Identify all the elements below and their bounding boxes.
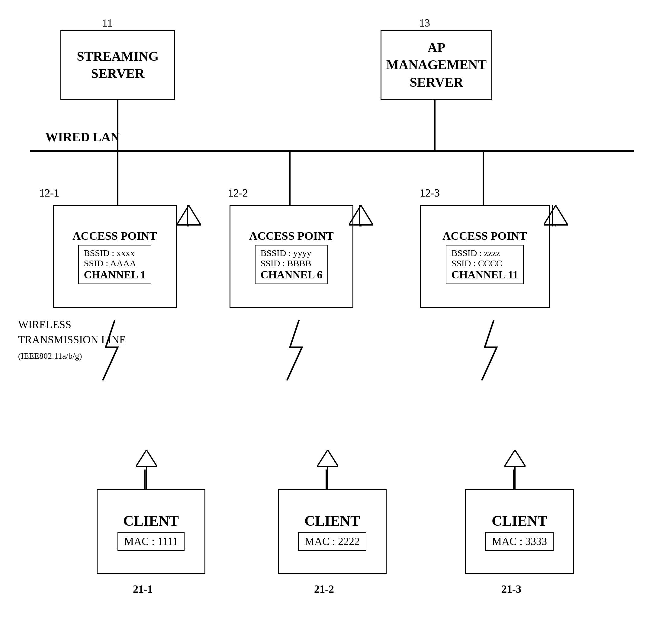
svg-marker-20 [317, 450, 338, 466]
client1-title: CLIENT [123, 512, 179, 529]
svg-marker-18 [136, 450, 157, 466]
lightning-ap3 [473, 320, 509, 380]
streaming-server-ref: 11 [102, 16, 113, 29]
network-diagram: STREAMINGSERVER APMANAGEMENTSERVER WIRED… [0, 0, 672, 622]
client1-mac: MAC : 1111 [124, 535, 178, 547]
ref-21-3: 21-3 [501, 583, 521, 595]
access-point-1-box: ACCESS POINT BSSID : xxxx SSID : AAAA CH… [53, 205, 177, 308]
ap2-channel: CHANNEL 6 [260, 269, 322, 281]
client3-antenna [504, 450, 526, 489]
client3-mac: MAC : 3333 [492, 535, 547, 547]
svg-marker-12 [177, 205, 201, 225]
ap3-title: ACCESS POINT [442, 229, 527, 242]
ref-21-2: 21-2 [314, 583, 334, 595]
streaming-server-box: STREAMINGSERVER [60, 30, 175, 100]
ap3-channel: CHANNEL 11 [451, 269, 518, 281]
ap1-title: ACCESS POINT [72, 229, 157, 242]
ap-management-server-box: APMANAGEMENTSERVER [380, 30, 492, 100]
ap3-ssid: SSID : CCCC [451, 258, 518, 269]
ap2-title: ACCESS POINT [249, 229, 334, 242]
client-2-box: CLIENT MAC : 2222 [278, 489, 387, 574]
ap3-ref: 12-3 [420, 186, 440, 199]
svg-marker-14 [349, 205, 373, 225]
ap2-ssid: SSID : BBBB [260, 258, 322, 269]
access-point-3-box: ACCESS POINT BSSID : zzzz SSID : CCCC CH… [420, 205, 550, 308]
client2-mac: MAC : 2222 [305, 535, 360, 547]
svg-marker-16 [544, 205, 568, 225]
ap-mgmt-server-ref: 13 [419, 16, 430, 29]
ap3-bssid: BSSID : zzzz [451, 248, 518, 258]
ref-21-1: 21-1 [133, 583, 153, 595]
ap2-ref: 12-2 [228, 186, 248, 199]
svg-marker-22 [504, 450, 526, 466]
client2-title: CLIENT [304, 512, 360, 529]
client-3-box: CLIENT MAC : 3333 [465, 489, 574, 574]
client2-antenna [317, 450, 338, 489]
wired-lan-label: WIRED LAN [45, 130, 120, 144]
lightning-ap2 [278, 320, 314, 380]
ap1-bssid: BSSID : xxxx [83, 248, 145, 258]
client3-title: CLIENT [492, 512, 547, 529]
ap2-antenna [349, 205, 373, 227]
ap1-antenna [177, 205, 201, 227]
client1-antenna [136, 450, 157, 489]
ap1-channel: CHANNEL 1 [83, 269, 145, 281]
access-point-2-box: ACCESS POINT BSSID : yyyy SSID : BBBB CH… [230, 205, 354, 308]
streaming-server-label: STREAMINGSERVER [77, 48, 159, 82]
ap3-antenna [544, 205, 568, 227]
ap-management-server-label: APMANAGEMENTSERVER [386, 39, 486, 91]
ap2-bssid: BSSID : yyyy [260, 248, 322, 258]
client-1-box: CLIENT MAC : 1111 [97, 489, 205, 574]
lightning-ap1 [94, 320, 130, 380]
ap1-ssid: SSID : AAAA [83, 258, 145, 269]
ap1-ref: 12-1 [39, 186, 59, 199]
